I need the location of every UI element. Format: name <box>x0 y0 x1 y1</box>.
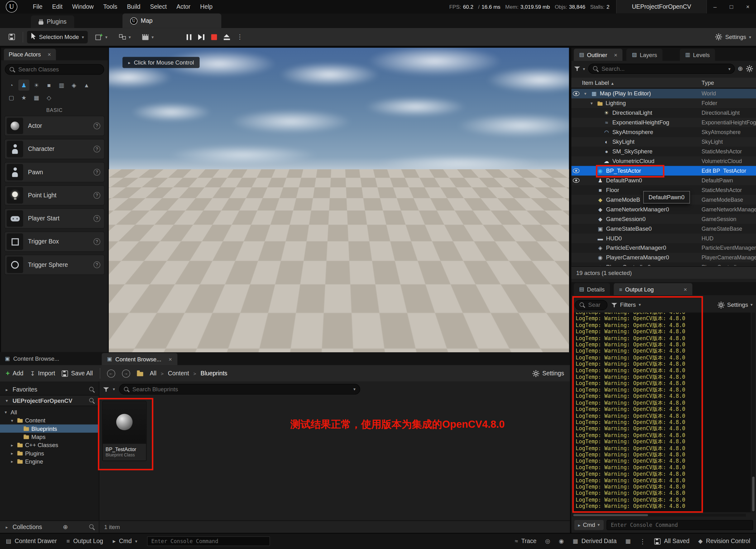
outliner-row[interactable]: ☁VolumetricCloudVolumetricCloud <box>571 156 756 166</box>
outliner-row[interactable]: ▾LightingFolder <box>571 98 756 108</box>
outliner-row[interactable]: ◐SkyLightSkyLight <box>571 137 756 146</box>
selection-mode-dropdown[interactable]: Selection Mode ▾ <box>27 31 88 43</box>
expand-caret-icon[interactable]: ▸ <box>9 443 15 447</box>
item-label-column[interactable]: Item Label ▲ <box>582 79 701 86</box>
favorites-section[interactable]: ▸ Favorites <box>0 384 99 395</box>
outliner-row[interactable]: ◆GameSession0GameSession <box>571 214 756 224</box>
trace-button[interactable]: ≈Trace <box>515 538 537 545</box>
log-filters-dropdown[interactable]: Filters ▾ <box>611 302 641 308</box>
search-assets-input[interactable] <box>132 386 351 393</box>
cinematic-icon[interactable]: ▥ <box>56 79 67 91</box>
visibility-eye-icon[interactable] <box>571 89 581 98</box>
visibility-eye-icon[interactable] <box>571 156 581 166</box>
kebab-icon[interactable]: ⋮ <box>639 537 646 545</box>
visibility-eye-icon[interactable] <box>571 108 581 118</box>
geometry-icon[interactable]: ▲ <box>81 79 92 91</box>
forward-button[interactable]: → <box>122 369 130 377</box>
visibility-eye-icon[interactable] <box>571 118 581 127</box>
visibility-eye-icon[interactable] <box>571 243 581 253</box>
log-lines[interactable]: LogTemp: Warning: OpenCV版本: 4.8.0LogTemp… <box>572 313 751 513</box>
console-command-input[interactable] <box>611 522 749 528</box>
visibility-eye-icon[interactable] <box>571 137 581 146</box>
tab-map[interactable]: U Map <box>122 13 221 28</box>
visibility-eye-icon[interactable] <box>571 175 581 185</box>
basic-icon[interactable]: ♟ <box>18 79 30 91</box>
save-all-button[interactable]: Save All <box>62 370 93 377</box>
expand-caret-icon[interactable]: ▸ <box>4 525 10 529</box>
outliner-column-header[interactable]: Item Label ▲ Type <box>571 78 756 88</box>
outliner-row[interactable]: ◆GameNetworkManager0GameNetworkManager <box>571 204 756 214</box>
visibility-eye-icon[interactable] <box>571 185 581 195</box>
tab-plugins[interactable]: Plugins <box>31 16 74 28</box>
place-actor-player-start[interactable]: Player Start? <box>4 208 105 228</box>
expand-caret-icon[interactable]: ▸ <box>9 451 15 456</box>
asset-search[interactable]: ▾ <box>119 384 360 395</box>
testing-icon[interactable]: ◇ <box>43 92 55 103</box>
expand-caret-icon[interactable]: ▾ <box>4 398 10 403</box>
content-browser-drawer-title[interactable]: ▣ Content Browse... <box>0 352 64 365</box>
target-icon[interactable]: ◎ <box>545 538 550 545</box>
log-search-input[interactable] <box>588 302 603 308</box>
close-icon[interactable]: × <box>614 51 617 58</box>
project-sources-row[interactable]: ▾ UEProjectForOpenCV <box>0 395 99 406</box>
mouse-control-button[interactable]: ▸ Click for Mouse Control <box>122 57 200 68</box>
add-actor-dropdown[interactable]: ▾ <box>92 31 111 43</box>
outliner-row[interactable]: ≈ExponentialHeightFogExponentialHeightFo… <box>571 118 756 127</box>
tab-outliner[interactable]: ▤ Outliner × <box>574 49 623 61</box>
menu-item-help[interactable]: Help <box>195 0 218 13</box>
save-button[interactable] <box>5 31 19 43</box>
close-button[interactable]: × <box>739 0 756 13</box>
tree-item-blueprints[interactable]: Blueprints <box>0 425 99 433</box>
scrollbar-thumb[interactable] <box>573 514 648 516</box>
visibility-eye-icon[interactable] <box>571 224 581 233</box>
tab-levels[interactable]: ▥ Levels <box>680 49 715 61</box>
place-actors-search[interactable] <box>5 64 104 75</box>
outliner-row[interactable]: ◈ParticleEventManager0ParticleEventManag… <box>571 243 756 253</box>
all-classes-icon[interactable]: ▦ <box>31 92 42 103</box>
lights-icon[interactable]: ☀ <box>31 79 42 91</box>
derived-data-button[interactable]: ▦Derived Data <box>572 538 616 545</box>
search-icon[interactable] <box>89 386 95 393</box>
console-command-input[interactable] <box>151 538 266 544</box>
content-drawer-button[interactable]: ▤Content Drawer <box>6 538 57 545</box>
place-actor-trigger-box[interactable]: Trigger Box? <box>4 231 105 252</box>
folder-icon[interactable] <box>137 372 143 376</box>
menu-item-file[interactable]: File <box>28 0 47 13</box>
asset-bp-testactor[interactable]: BP_TestActor Blueprint Class <box>102 401 146 461</box>
menu-item-select[interactable]: Select <box>145 0 172 13</box>
tab-place-actors[interactable]: Place Actors × <box>4 49 56 60</box>
asset-grid[interactable]: BP_TestActor Blueprint Class <box>99 397 570 520</box>
search-classes-input[interactable] <box>18 66 100 73</box>
filter-funnel-icon[interactable] <box>574 66 580 71</box>
tab-details[interactable]: ▤ Details <box>574 283 610 295</box>
place-actor-actor[interactable]: Actor? <box>4 116 105 136</box>
gear-icon[interactable] <box>746 65 753 72</box>
search-icon[interactable] <box>89 524 95 530</box>
expand-caret-icon[interactable]: ▸ <box>4 387 10 392</box>
eject-icon[interactable] <box>224 34 230 40</box>
outliner-row[interactable]: ▣GameStateBase0GameStateBase <box>571 224 756 233</box>
scrollbar-thumb[interactable] <box>752 477 755 511</box>
visibility-eye-icon[interactable] <box>571 262 581 266</box>
recently-placed-icon[interactable]: ◔ <box>6 79 17 91</box>
edit-blueprint-link[interactable]: Edit BP_TestActor <box>701 168 756 174</box>
tab-content-browser[interactable]: ▣ Content Browse... × <box>102 353 177 365</box>
add-collection-icon[interactable]: ⊕ <box>63 523 68 531</box>
search-icon[interactable] <box>89 398 95 404</box>
tab-output-log[interactable]: ≡ Output Log × <box>614 283 692 295</box>
menu-item-edit[interactable]: Edit <box>47 0 67 13</box>
visual-effects-icon[interactable]: ◈ <box>69 79 80 91</box>
visibility-eye-icon[interactable] <box>571 166 581 175</box>
log-horizontal-scrollbar[interactable] <box>572 514 746 517</box>
snapshot-icon[interactable]: ◉ <box>559 538 564 545</box>
tree-item-content[interactable]: ▾Content <box>0 416 99 424</box>
expand-caret-icon[interactable]: ▾ <box>582 91 588 96</box>
outliner-row[interactable]: ▾▦Map (Play In Editor)World <box>571 89 756 98</box>
visibility-eye-icon[interactable] <box>571 195 581 204</box>
expand-caret-icon[interactable]: ▾ <box>9 418 15 423</box>
toolbar-settings-dropdown[interactable]: Settings ▾ <box>715 33 751 41</box>
close-icon[interactable]: × <box>684 286 687 293</box>
filter-funnel-icon[interactable] <box>103 387 109 392</box>
maximize-button[interactable]: □ <box>723 0 740 13</box>
pause-icon[interactable] <box>187 34 191 40</box>
